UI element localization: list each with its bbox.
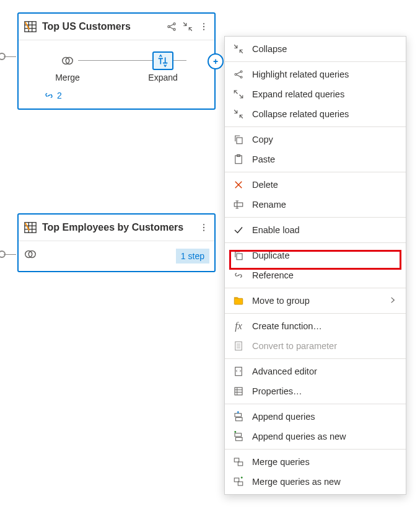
svg-point-21 — [203, 227, 204, 228]
menu-separator — [225, 61, 406, 62]
collapse-icon — [232, 108, 245, 120]
svg-rect-49 — [236, 418, 243, 421]
step-merge[interactable]: Merge — [55, 51, 80, 82]
menu-separator — [225, 313, 406, 314]
context-menu: Collapse Highlight related queries Expan… — [224, 36, 406, 495]
menu-label: Move to group — [252, 296, 381, 306]
table-icon — [24, 20, 37, 33]
svg-rect-30 — [237, 138, 242, 144]
query-card-top-employees[interactable]: Top Employees by Customers 1 step — [17, 213, 216, 272]
svg-rect-55 — [238, 482, 243, 485]
copy-icon — [232, 133, 245, 146]
menu-label: Merge queries as new — [252, 477, 397, 487]
menu-delete[interactable]: Delete — [225, 175, 406, 195]
svg-rect-50 — [235, 433, 242, 436]
svg-point-25 — [235, 74, 237, 76]
svg-point-22 — [203, 230, 204, 231]
more-icon[interactable] — [198, 222, 209, 233]
menu-label: Properties… — [252, 386, 397, 396]
menu-move-to-group[interactable]: Move to group — [225, 291, 406, 311]
menu-rename[interactable]: Rename — [225, 195, 406, 215]
collapsed-body: 1 step — [19, 241, 214, 271]
svg-rect-53 — [238, 462, 243, 466]
menu-label: Rename — [252, 200, 397, 210]
merge-icon — [24, 247, 41, 265]
menu-label: Duplicate — [252, 250, 397, 260]
menu-label: Enable load — [252, 225, 397, 235]
menu-label: Collapse — [252, 44, 397, 54]
menu-label: Collapse related queries — [252, 109, 397, 119]
menu-merge-queries[interactable]: Merge queries — [225, 452, 406, 472]
menu-separator — [225, 242, 406, 243]
menu-label: Advanced editor — [252, 366, 397, 376]
table-icon — [24, 221, 37, 234]
collapse-icon — [232, 43, 245, 55]
svg-line-8 — [170, 24, 173, 26]
menu-convert-to-parameter: Convert to parameter — [225, 336, 406, 356]
menu-label: Merge queries — [252, 457, 397, 467]
collapse-icon[interactable] — [182, 21, 193, 32]
svg-point-10 — [203, 23, 204, 24]
rename-icon — [232, 198, 245, 211]
menu-collapse-related[interactable]: Collapse related queries — [225, 104, 406, 124]
editor-icon — [232, 365, 245, 378]
menu-label: Highlight related queries — [252, 69, 397, 79]
query-card-top-us-customers[interactable]: Top US Customers Merge Expand + — [17, 12, 216, 110]
svg-point-12 — [203, 29, 204, 30]
more-icon[interactable] — [198, 21, 209, 32]
menu-copy[interactable]: Copy — [225, 130, 406, 149]
menu-highlight-related[interactable]: Highlight related queries — [225, 64, 406, 84]
step-expand[interactable]: Expand — [148, 51, 177, 82]
reference-icon — [232, 269, 245, 281]
menu-label: Append queries as new — [252, 432, 397, 441]
menu-label: Convert to parameter — [252, 341, 397, 351]
menu-append-queries[interactable]: Append queries — [225, 407, 406, 427]
menu-create-function[interactable]: fx Create function… — [225, 316, 406, 336]
svg-line-29 — [237, 75, 240, 77]
expand-icon — [232, 88, 245, 100]
menu-label: Reference — [252, 270, 397, 280]
menu-properties[interactable]: Properties… — [225, 381, 406, 401]
svg-point-6 — [173, 23, 175, 25]
chevron-right-icon — [388, 296, 397, 306]
append-icon — [232, 410, 245, 423]
query-card-header: Top US Customers — [19, 14, 214, 40]
expand-step-icon — [152, 51, 173, 70]
svg-rect-51 — [236, 438, 243, 441]
svg-line-28 — [237, 72, 240, 74]
menu-separator — [225, 404, 406, 404]
menu-paste[interactable]: Paste — [225, 149, 406, 169]
linked-queries-badge[interactable]: 2 — [43, 90, 62, 101]
menu-separator — [225, 217, 406, 218]
menu-duplicate[interactable]: Duplicate — [225, 246, 406, 265]
menu-separator — [225, 449, 406, 450]
menu-reference[interactable]: Reference — [225, 265, 406, 285]
menu-collapse[interactable]: Collapse — [225, 39, 406, 59]
svg-rect-37 — [237, 254, 242, 260]
svg-rect-52 — [234, 458, 239, 462]
menu-append-queries-as-new[interactable]: Append queries as new — [225, 427, 406, 446]
menu-merge-queries-as-new[interactable]: Merge queries as new — [225, 472, 406, 492]
svg-rect-48 — [235, 414, 242, 417]
menu-advanced-editor[interactable]: Advanced editor — [225, 361, 406, 381]
svg-point-20 — [203, 224, 204, 225]
append-new-icon — [232, 430, 245, 443]
share-icon — [232, 68, 245, 81]
menu-expand-related[interactable]: Expand related queries — [225, 84, 406, 104]
svg-point-11 — [203, 26, 204, 27]
menu-separator — [225, 358, 406, 359]
add-step-button[interactable]: + — [208, 53, 224, 69]
step-count-badge[interactable]: 1 step — [176, 249, 209, 264]
paste-icon — [232, 153, 245, 166]
step-label: Expand — [148, 73, 177, 82]
linked-count: 2 — [57, 91, 62, 100]
svg-point-26 — [240, 71, 242, 73]
share-icon[interactable] — [166, 21, 177, 32]
merge-queries-icon — [232, 456, 245, 468]
svg-line-9 — [170, 27, 173, 29]
menu-enable-load[interactable]: Enable load — [225, 220, 406, 240]
connector-line — [4, 56, 16, 57]
card-footer: 2 — [19, 85, 214, 109]
properties-icon — [232, 385, 245, 397]
query-title: Top Employees by Customers — [42, 222, 193, 233]
